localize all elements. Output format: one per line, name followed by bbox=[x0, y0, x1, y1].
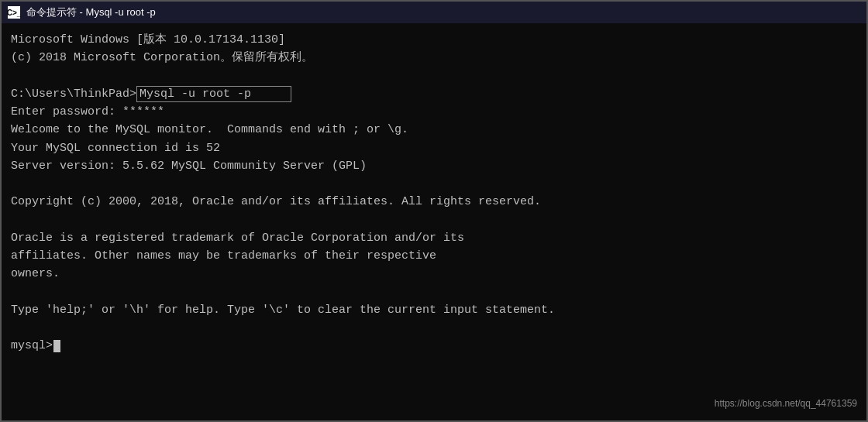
output-line-3 bbox=[11, 67, 857, 85]
command-line[interactable]: C:\Users\ThinkPad> bbox=[11, 85, 857, 103]
output-welcome-line: Welcome to the MySQL monitor. Commands e… bbox=[11, 121, 857, 139]
output-line-1: Microsoft Windows [版本 10.0.17134.1130] bbox=[11, 31, 857, 49]
command-input[interactable] bbox=[136, 86, 291, 102]
output-empty-2 bbox=[11, 211, 857, 229]
output-empty-1 bbox=[11, 175, 857, 193]
output-oracle-line-1: Oracle is a registered trademark of Orac… bbox=[11, 229, 857, 247]
output-oracle-line-3: owners. bbox=[11, 265, 857, 283]
output-help-line: Type 'help;' or '\h' for help. Type '\c'… bbox=[11, 301, 857, 319]
mysql-prompt-line: mysql> bbox=[11, 337, 857, 355]
output-version-line: Server version: 5.5.62 MySQL Community S… bbox=[11, 157, 857, 175]
output-empty-4 bbox=[11, 319, 857, 337]
output-copyright-line: Copyright (c) 2000, 2018, Oracle and/or … bbox=[11, 193, 857, 211]
mysql-prompt-text: mysql> bbox=[11, 337, 53, 355]
cmd-icon: C>_ bbox=[8, 6, 20, 19]
prompt-text: C:\Users\ThinkPad> bbox=[11, 85, 136, 103]
output-line-2: (c) 2018 Microsoft Corporation。保留所有权利。 bbox=[11, 49, 857, 67]
output-empty-3 bbox=[11, 283, 857, 301]
output-password-line: Enter password: ****** bbox=[11, 103, 857, 121]
title-bar: C>_ 命令提示符 - Mysql -u root -p bbox=[2, 2, 866, 23]
cursor-blink bbox=[53, 340, 60, 352]
output-connid-line: Your MySQL connection id is 52 bbox=[11, 139, 857, 157]
title-bar-text: 命令提示符 - Mysql -u root -p bbox=[26, 5, 860, 19]
output-oracle-line-2: affiliates. Other names may be trademark… bbox=[11, 247, 857, 265]
watermark: https://blog.csdn.net/qq_44761359 bbox=[715, 396, 857, 411]
terminal-window: C>_ 命令提示符 - Mysql -u root -p Microsoft W… bbox=[0, 0, 868, 422]
terminal-body[interactable]: Microsoft Windows [版本 10.0.17134.1130] (… bbox=[2, 23, 866, 420]
